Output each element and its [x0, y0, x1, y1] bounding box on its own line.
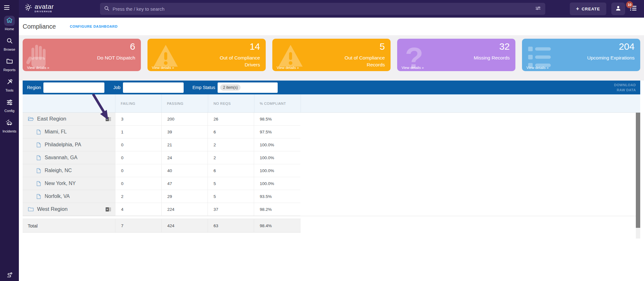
column-header-compliant: % COMPLIANT: [260, 94, 286, 113]
file-icon: [36, 181, 41, 186]
noreqs-value: 5: [208, 190, 254, 203]
car-crash-icon: [6, 119, 13, 127]
emp-status-chip: 2 item(s): [220, 84, 241, 91]
failing-value: 0: [115, 138, 161, 151]
failing-value: 0: [115, 177, 161, 190]
card-label: Missing Records: [474, 54, 510, 61]
page-title: Compliance: [23, 18, 56, 35]
passing-value: 47: [161, 177, 208, 190]
sidebar-item-browse[interactable]: Browse: [0, 36, 19, 51]
vertical-scrollbar[interactable]: [636, 113, 640, 239]
table-row-miami[interactable]: Miami, FL 1 39 6 97.5%: [23, 126, 640, 138]
view-details-link[interactable]: View details »: [402, 66, 424, 70]
filter-bar: Region Job Emp Status 2 item(s) DOWNLOAD…: [23, 81, 640, 94]
compliant-value: 98.5%: [254, 113, 300, 126]
table-header: FAILING PASSING NO REQS % COMPLIANT: [23, 94, 640, 113]
notifications-button[interactable]: 10: [629, 4, 639, 14]
sidebar-label: Tools: [0, 88, 19, 92]
compliant-value: 98.2%: [254, 203, 300, 216]
compliant-value: 100.0%: [254, 164, 300, 177]
folder-icon: [6, 58, 13, 65]
noreqs-value: 2: [208, 138, 254, 151]
region-label: Region: [27, 85, 41, 90]
menu-hamburger-icon[interactable]: [4, 5, 9, 11]
card-ooc-drivers[interactable]: 14 Out of Compliance Drivers View detail…: [147, 39, 266, 71]
total-label: Total: [23, 219, 115, 232]
search-filters-icon[interactable]: [535, 5, 541, 13]
notification-list-icon: [629, 8, 637, 13]
brand-name: avatar: [35, 3, 54, 10]
card-label-line2: Drivers: [220, 61, 260, 68]
job-label: Job: [113, 85, 120, 90]
noreqs-value: 37: [208, 203, 254, 216]
sidebar-label: Home: [0, 27, 19, 31]
sidebar: Home Browse Reports Tools Config: [0, 0, 19, 281]
person-icon: [615, 5, 621, 13]
row-label: Miami, FL: [45, 129, 67, 135]
passing-value: 24: [161, 151, 208, 164]
sidebar-label: Reports: [0, 68, 19, 72]
view-details-link[interactable]: View details »: [277, 66, 299, 70]
sidebar-item-config[interactable]: Config: [0, 98, 19, 113]
passing-value: 21: [161, 138, 208, 151]
avatar-logo-icon: [24, 3, 33, 14]
global-search-input[interactable]: Press the / key to search: [100, 3, 545, 15]
compliant-value: 100.0%: [254, 177, 300, 190]
noreqs-value: 6: [208, 126, 254, 138]
plus-icon: +: [576, 6, 579, 12]
card-upcoming-expirations[interactable]: 204 Upcoming Expirations View details »: [522, 39, 640, 71]
table-row-new-york[interactable]: New York, NY 0 47 5 100.0%: [23, 177, 640, 190]
tools-icon: [6, 78, 13, 86]
card-label: Upcoming Expirations: [587, 54, 635, 61]
passing-value: 39: [161, 126, 208, 138]
route-icon[interactable]: [0, 272, 19, 278]
failing-value: 0: [115, 164, 161, 177]
noreqs-value: 5: [208, 177, 254, 190]
view-details-link[interactable]: View details »: [526, 66, 549, 70]
card-ooc-records[interactable]: 5 Out of Compliance Records View details…: [272, 39, 391, 71]
view-details-link[interactable]: View details »: [152, 66, 174, 70]
sidebar-item-tools[interactable]: Tools: [0, 77, 19, 92]
job-input[interactable]: [123, 82, 184, 93]
passing-value: 200: [161, 113, 208, 126]
sidebar-item-reports[interactable]: Reports: [0, 57, 19, 72]
view-details-link[interactable]: View details »: [27, 66, 49, 70]
failing-value: 1: [115, 126, 161, 138]
table-row-east-region[interactable]: East Region X 3 200 26 98.5%: [23, 113, 640, 126]
table-row-raleigh[interactable]: Raleigh, NC 0 40 6 100.0%: [23, 164, 640, 177]
scrollbar-thumb[interactable]: [636, 113, 640, 228]
failing-value: 3: [115, 113, 161, 126]
table-row-norfolk[interactable]: Norfolk, VA 2 29 5 93.5%: [23, 190, 640, 203]
compliant-value: 100.0%: [254, 138, 300, 151]
sidebar-item-home[interactable]: Home: [0, 16, 19, 31]
configure-dashboard-link[interactable]: CONFIGURE DASHBOARD: [70, 18, 118, 35]
file-icon: [36, 168, 41, 173]
app-logo[interactable]: avatar DRIVERHUB: [24, 3, 54, 14]
sliders-icon: [6, 99, 13, 107]
folder-open-icon[interactable]: [28, 116, 34, 121]
folder-closed-icon[interactable]: [28, 207, 34, 212]
export-excel-icon[interactable]: X: [106, 117, 111, 121]
passing-value: 29: [161, 190, 208, 203]
sidebar-label: Browse: [0, 48, 19, 51]
compliant-value: 93.5%: [254, 190, 300, 203]
card-value: 6: [130, 41, 135, 52]
download-raw-data-button[interactable]: DOWNLOAD RAW DATA: [614, 82, 636, 93]
table-row-savannah[interactable]: Savannah, GA 0 24 2 100.0%: [23, 151, 640, 164]
export-excel-icon[interactable]: X: [106, 207, 111, 211]
user-account-button[interactable]: [611, 3, 625, 15]
table-row-philadelphia[interactable]: Philadelphia, PA 0 21 2 100.0%: [23, 138, 640, 151]
row-label: Norfolk, VA: [45, 194, 70, 199]
sidebar-item-incidents[interactable]: Incidents: [0, 118, 19, 133]
table-row-west-region[interactable]: West Region X 4 224 37 98.2%: [23, 203, 640, 216]
search-icon: [104, 6, 109, 12]
card-missing-records[interactable]: ? 32 Missing Records View details »: [397, 39, 515, 71]
emp-status-input[interactable]: 2 item(s): [218, 82, 278, 93]
region-input[interactable]: [43, 82, 104, 93]
card-value: 32: [499, 41, 510, 52]
card-do-not-dispatch[interactable]: 6 Do NOT Dispatch View details »: [23, 39, 141, 71]
create-button[interactable]: + CREATE: [570, 3, 606, 15]
table-total-row: Total 7 424 63 98.4%: [23, 219, 301, 233]
total-compliant: 98.4%: [254, 219, 300, 232]
card-value: 204: [619, 41, 635, 52]
